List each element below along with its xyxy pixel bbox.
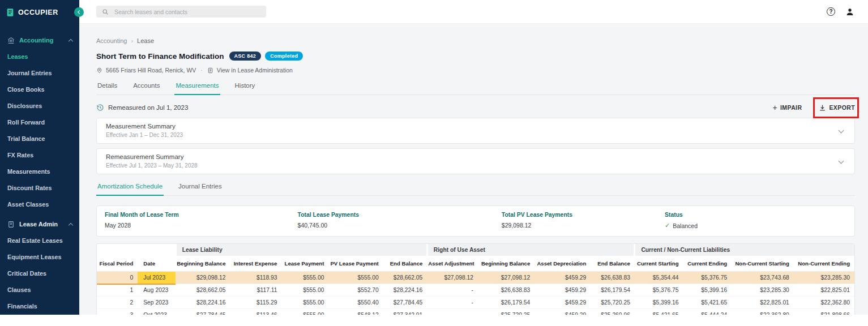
column-header-beginning-balance-2[interactable]: Beginning Balance [176, 256, 230, 272]
table-cell-r1-c8: $26,638.83 [478, 284, 535, 297]
search-box[interactable] [96, 6, 266, 18]
export-button-wrap: EXPORT [819, 104, 855, 111]
stat-value-text: $40,745.00 [298, 222, 328, 229]
amortization-table-card: Lease LiabilityRight of Use AssetCurrent… [96, 243, 855, 315]
summary-card-remeasurement-summary[interactable]: Remeasurement SummaryEffective Jul 1, 20… [96, 148, 855, 174]
sidebar: OCCUPIER AccountingLeasesJournal Entries… [0, 0, 79, 315]
chevron-down-icon[interactable] [839, 128, 844, 134]
table-cell-r0-c13: $23,743.68 [732, 272, 794, 284]
column-header-end-balance-6[interactable]: End Balance [383, 256, 427, 272]
sidebar-item-fx-rates[interactable]: FX Rates [0, 147, 79, 164]
table-cell-r1-c10: $26,179.54 [591, 284, 635, 297]
stat-value-text: Balanced [673, 222, 698, 229]
separator-dot: · [200, 67, 203, 74]
sidebar-item-leases[interactable]: Leases [0, 49, 79, 65]
column-header-non-current-ending-14[interactable]: Non-Current Ending [794, 256, 854, 272]
chevron-down-icon[interactable] [839, 158, 844, 164]
table-cell-r1-c11: $5,376.75 [635, 284, 683, 297]
sidebar-item-roll-forward[interactable]: Roll Forward [0, 114, 79, 131]
view-in-lease-admin-link[interactable]: View in Lease Administration [217, 67, 293, 74]
column-header-end-balance-10[interactable]: End Balance [591, 256, 635, 272]
table-cell-r3-c8: $25,720.25 [478, 309, 535, 315]
history-clock-icon [96, 104, 104, 111]
column-header-non-current-starting-13[interactable]: Non-Current Starting [732, 256, 794, 272]
table-cell-r3-c10: $25,260.96 [591, 309, 635, 315]
column-header-lease-payment-4[interactable]: Lease Payment [281, 256, 328, 272]
stats-panel: Final Month of Lease TermMay 2028Total L… [96, 205, 855, 237]
table-cell-r3-c5: $548.12 [328, 309, 383, 315]
stat-final-month-of-lease-term: Final Month of Lease TermMay 2028 [105, 212, 298, 229]
breadcrumb: Accounting›Lease [96, 37, 855, 44]
summary-card-text: Measurement SummaryEffective Jan 1 – Dec… [106, 123, 183, 138]
table-cell-r1-c0: 1 [97, 284, 138, 297]
column-header-interest-expense-3[interactable]: Interest Expense [230, 256, 281, 272]
sidebar-collapse-button[interactable] [74, 7, 84, 17]
sidebar-item-clauses[interactable]: Clauses [0, 282, 79, 298]
sidebar-item-asset-classes[interactable]: Asset Classes [0, 196, 79, 213]
toolbar: Remeasured on Jul 1, 2023 + IMPAIR EXPOR… [96, 104, 855, 111]
table-row-1[interactable]: 1Aug 2023$28,662.05$117.11$555.00$552.70… [97, 284, 854, 297]
sidebar-item-disclosures[interactable]: Disclosures [0, 98, 79, 114]
sidebar-item-measurements[interactable]: Measurements [0, 164, 79, 180]
sidebar-item-journal-entries[interactable]: Journal Entries [0, 65, 79, 82]
table-cell-r2-c0: 2 [97, 297, 138, 309]
column-header-beginning-balance-8[interactable]: Beginning Balance [478, 256, 535, 272]
tab-details[interactable]: Details [96, 82, 118, 95]
table-row-0[interactable]: 0Jul 2023$29,098.12$118.93$555.00$555.00… [97, 272, 854, 284]
impair-button[interactable]: + IMPAIR [772, 104, 802, 111]
column-header-asset-adjustment-7[interactable]: Asset Adjustment [427, 256, 478, 272]
table-cell-r2-c5: $550.40 [328, 297, 383, 309]
column-header-asset-depreciation-9[interactable]: Asset Depreciation [535, 256, 591, 272]
subtab-amortization-schedule[interactable]: Amortization Schedule [96, 183, 164, 196]
breadcrumb-accounting[interactable]: Accounting [96, 37, 127, 44]
column-header-pv-lease-payment-5[interactable]: PV Lease Payment [328, 256, 383, 272]
stat-label: Status [665, 212, 841, 218]
summary-card-measurement-summary[interactable]: Measurement SummaryEffective Jan 1 – Dec… [96, 118, 855, 144]
export-button[interactable]: EXPORT [819, 104, 855, 111]
export-button-label: EXPORT [829, 104, 855, 111]
sidebar-item-equipment-leases[interactable]: Equipment Leases [0, 249, 79, 265]
summary-card-subtitle: Effective Jul 1, 2023 – May 31, 2028 [106, 162, 198, 169]
stat-value: $29,098.12 [502, 222, 659, 229]
app-window: OCCUPIER AccountingLeasesJournal Entries… [0, 0, 868, 315]
table-cell-r2-c11: $5,399.16 [635, 297, 683, 309]
tab-history[interactable]: History [234, 82, 256, 95]
column-header-current-ending-12[interactable]: Current Ending [683, 256, 732, 272]
sidebar-item-trial-balance[interactable]: Trial Balance [0, 131, 79, 147]
sidebar-section-lease-admin[interactable]: Lease Admin [0, 216, 79, 233]
breadcrumb-lease[interactable]: Lease [137, 37, 154, 44]
sidebar-item-real-estate-leases[interactable]: Real Estate Leases [0, 233, 79, 249]
sidebar-section-accounting[interactable]: Accounting [0, 32, 79, 49]
remeasured-text: Remeasured on Jul 1, 2023 [108, 104, 188, 111]
user-icon[interactable] [845, 7, 854, 16]
sidebar-item-close-books[interactable]: Close Books [0, 82, 79, 98]
sidebar-section-label: Lease Admin [19, 221, 65, 228]
table-cell-r2-c4: $555.00 [281, 297, 328, 309]
table-cell-r0-c3: $118.93 [230, 272, 281, 284]
column-header-current-starting-11[interactable]: Current Starting [635, 256, 683, 272]
table-cell-r3-c2: $27,784.45 [176, 309, 230, 315]
column-group-right-of-use-asset: Right of Use Asset [427, 244, 635, 256]
chevron-up-icon [69, 39, 73, 44]
table-cell-r3-c14: $21,898.66 [794, 309, 854, 315]
chevron-left-icon [78, 10, 82, 14]
tab-measurements[interactable]: Measurements [174, 82, 220, 95]
search-input[interactable] [113, 8, 260, 16]
sidebar-item-discount-rates[interactable]: Discount Rates [0, 180, 79, 196]
subtab-journal-entries[interactable]: Journal Entries [177, 183, 223, 195]
amortization-table: Lease LiabilityRight of Use AssetCurrent… [97, 244, 854, 315]
column-header-date-1[interactable]: Date [138, 256, 176, 272]
table-cell-r1-c1: Aug 2023 [138, 284, 176, 297]
sidebar-item-critical-dates[interactable]: Critical Dates [0, 265, 79, 282]
table-cell-r3-c12: $5,444.24 [683, 309, 732, 315]
tab-accounts[interactable]: Accounts [132, 82, 161, 95]
table-cell-r0-c0: 0 [97, 272, 138, 284]
help-icon[interactable]: ? [827, 7, 835, 16]
sidebar-item-financials[interactable]: Financials [0, 298, 79, 315]
table-row-3[interactable]: 3Oct 2023$27,784.45$113.46$555.00$548.12… [97, 309, 854, 315]
summary-card-title: Remeasurement Summary [106, 153, 198, 160]
table-cell-r1-c7: - [427, 284, 478, 297]
column-header-fiscal-period-0[interactable]: Fiscal Period [97, 256, 138, 272]
table-row-2[interactable]: 2Sep 2023$28,224.16$115.29$555.00$550.40… [97, 297, 854, 309]
topbar-actions: ? [827, 7, 854, 16]
